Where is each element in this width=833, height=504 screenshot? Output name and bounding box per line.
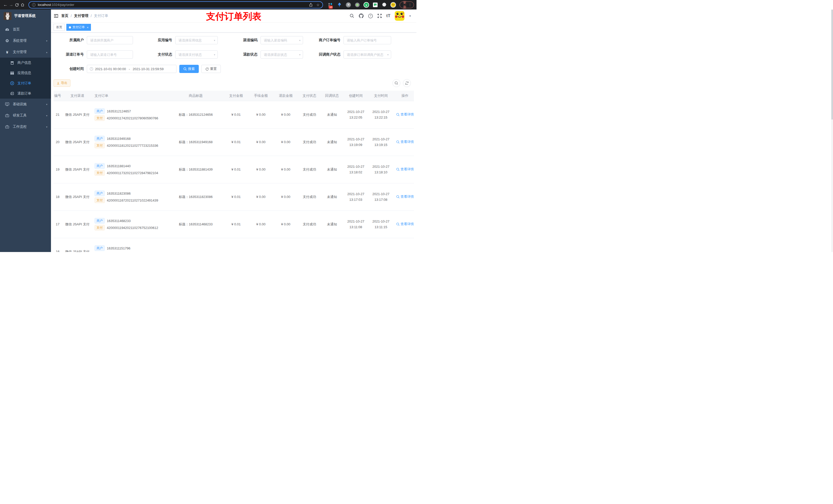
breadcrumb-home[interactable]: 首页 [61,14,68,18]
sidebar-item-label: 支付管理 [13,50,27,54]
browser-back-button[interactable]: ← [3,1,8,9]
chevron-down-icon: ▾ [46,40,47,42]
pay-amount: ¥ 0.01 [223,183,248,211]
pay-status: 支付成功 [298,211,321,238]
sidebar-item-merchant-info[interactable]: 商户信息 [0,57,51,68]
svg-text:y: y [365,3,367,6]
user-avatar[interactable] [395,11,404,21]
profile-emoji-icon[interactable] [390,2,396,8]
breadcrumb-parent[interactable]: 支付管理 [74,14,88,18]
view-detail-link[interactable]: 查看详情 [396,140,414,144]
actions-cell: 查看详情 [394,183,414,211]
extensions-puzzle-icon[interactable] [381,2,387,8]
sidebar-item-label: 首页 [13,27,20,32]
browser-menu-icon[interactable]: ⋮ [408,3,412,7]
order-id: 20 [53,128,64,156]
fee-amount [248,238,273,252]
tag-pay-order[interactable]: 支付订单 × [66,24,91,31]
sidebar-item-refund-order[interactable]: 退款订单 [0,88,51,99]
date-range-end: 2021-10-31 23:59:59 [133,67,164,71]
extension-kite-icon[interactable] [337,2,342,8]
view-detail-link[interactable]: 查看详情 [396,112,414,117]
notify-status: 未通知 [321,183,343,211]
avatar-caret-icon[interactable]: ▼ [409,15,411,18]
channel-code-select[interactable]: ▾ [261,36,303,44]
product-title: 标题：1635312124656 [168,101,223,128]
pay-order-cell: 商户 1635311881440 支付 42000011732021102728… [91,156,168,183]
sidebar-item-payment[interactable]: ¥ 支付管理 ▴ [0,46,51,57]
tag-home[interactable]: 首页 [53,24,65,31]
orders-table: 编号 支付渠道 支付订单 商品标题 支付金额 手续金额 退款金额 支付状态 回调… [53,91,414,252]
document-icon [10,92,14,96]
view-detail-link[interactable]: 查看详情 [396,194,414,199]
pay-status-select[interactable]: ▾ [175,50,218,58]
search-button[interactable]: 搜索 [179,65,199,73]
view-detail-link[interactable]: 查看详情 [396,167,414,172]
app-logo-row[interactable]: 芋道管理系统 [0,9,51,22]
merchant-order-no: 1635311881440 [107,164,130,168]
bookmark-star-icon[interactable]: ☆ [316,3,320,7]
sidebar-item-label: 商户信息 [18,61,31,65]
notify-status: 未通知 [321,156,343,183]
filter-label-merchant-order-no: 商户订单编号 [315,38,343,43]
pay-order-cell: 商户 1635311468233 支付 42000011942021102767… [91,211,168,238]
svg-text:?: ? [370,15,372,18]
toggle-search-button[interactable] [392,79,400,87]
app-title: 芋道管理系统 [14,14,35,18]
address-bar[interactable]: i localhost :1024/pay/order ☆ [28,1,323,8]
extension-command-icon[interactable]: ⌘ [346,2,351,8]
table-row: 18 微信 JSAPI 支付 商户 1635311823086 支付 42000… [53,183,414,211]
help-icon[interactable]: ? [368,14,373,19]
product-title: 标题：1635311823086 [168,183,223,211]
tag-close-icon[interactable]: × [87,26,88,29]
breadcrumb: 首页 / 支付管理 / 支付订单 [61,14,109,18]
create-time-range-picker[interactable]: 2021-10-01 00:00:00 - 2021-10-31 23:59:5… [87,65,176,73]
extension-tasks-icon[interactable]: 10 [328,2,333,8]
refund-amount: ¥ 0.00 [273,211,298,238]
pay-channel: 微信 JSAPI 支付 [64,156,91,183]
view-detail-link[interactable]: 查看详情 [396,222,414,226]
product-title [168,238,223,252]
sidebar-item-home[interactable]: 首页 [0,24,51,35]
fullscreen-icon[interactable] [377,14,382,18]
merchant-order-no-input[interactable] [343,36,391,44]
extension-dot-icon[interactable] [355,2,360,8]
notify-status-select[interactable]: ▾ [343,50,391,58]
share-icon[interactable] [309,3,313,7]
browser-reload-button[interactable] [14,1,20,9]
browser-forward-button[interactable]: → [8,1,14,9]
sidebar-collapse-button[interactable] [51,9,61,22]
header-search-icon[interactable] [350,14,354,18]
col-header-create-time: 创建时间 [343,91,368,101]
sidebar-item-pay-order[interactable]: ¥ 支付订单 [0,78,51,88]
sidebar-item-app-info[interactable]: 应用信息 [0,68,51,78]
refresh-table-button[interactable] [403,79,411,87]
github-icon[interactable] [359,13,364,19]
channel-order-no-input[interactable] [87,50,133,58]
site-info-icon[interactable]: i [32,3,35,7]
sidebar-item-dev-tools[interactable]: 研发工具 ▾ [0,110,51,121]
export-button[interactable]: 导出 [53,79,70,87]
refund-status-select[interactable]: ▾ [261,50,303,58]
notify-status: 未通知 [321,101,343,128]
top-header: 首页 / 支付管理 / 支付订单 支付订单列表 ? [51,9,416,22]
sidebar-item-infra[interactable]: 基础设施 ▾ [0,99,51,110]
font-size-icon[interactable]: tT [386,13,390,19]
sidebar-item-label: 研发工具 [13,113,27,118]
owner-select[interactable] [87,36,133,44]
app-no-select[interactable]: ▾ [175,36,218,44]
reset-button[interactable]: 重置 [201,65,221,73]
pay-order-cell: 商户 1635311151796 支付 [91,238,168,252]
dashboard-icon [5,27,9,31]
fee-amount: ¥ 0.00 [248,183,273,211]
extension-y-icon[interactable]: y [363,2,369,8]
product-title: 标题：1635311881439 [168,156,223,183]
sidebar-item-workflow[interactable]: 工作流程 ▾ [0,121,51,133]
extension-chat-icon[interactable] [373,2,378,8]
browser-update-button[interactable]: 更新 ⋮ [400,2,414,8]
fee-amount: ¥ 0.00 [248,211,273,238]
create-time-cell [343,238,368,252]
sidebar-item-system[interactable]: 系统管理 ▾ [0,35,51,46]
sidebar-item-label: 工作流程 [13,124,27,129]
browser-home-button[interactable] [20,1,25,9]
